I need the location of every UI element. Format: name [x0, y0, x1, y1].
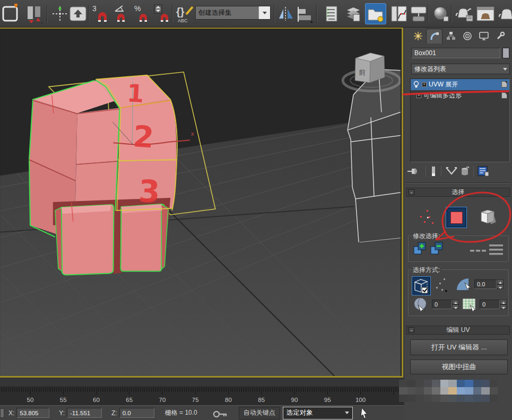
mosaic-cell	[490, 387, 498, 395]
configure-modifier-sets-icon[interactable]	[477, 165, 490, 177]
tab-display[interactable]	[475, 29, 492, 43]
visibility-lightbulb-icon[interactable]	[413, 81, 420, 89]
mirror-icon[interactable]	[276, 3, 296, 24]
open-uv-editor-button[interactable]: 打开 UV 编辑器 ...	[410, 339, 508, 355]
mosaic-cell	[457, 387, 465, 395]
planar-angle-icon[interactable]	[455, 276, 472, 293]
curve-editor-icon[interactable]	[388, 3, 409, 24]
y-coord-label: Y:	[59, 409, 65, 417]
tab-motion[interactable]	[459, 29, 475, 43]
spinner-down-icon[interactable]	[497, 284, 504, 289]
spinner-up-icon[interactable]	[452, 300, 459, 304]
layer-manager-icon[interactable]	[323, 3, 343, 24]
grow-selection-icon[interactable]	[413, 241, 428, 257]
auto-key-label: 自动关键点	[244, 408, 275, 417]
spinner-up-icon[interactable]	[497, 279, 504, 284]
z-coord-field[interactable]: 0.0	[119, 408, 154, 418]
loop-selection-icon[interactable]	[489, 243, 503, 256]
x-coord-field[interactable]: 53.805	[16, 408, 49, 418]
panel-divider	[406, 182, 510, 183]
modifier-page-icon	[501, 92, 507, 99]
ribbon-toggle-icon[interactable]	[344, 3, 364, 24]
timeline-tick-label: 50	[27, 397, 34, 403]
align-icon[interactable]	[295, 3, 315, 24]
mosaic-cell	[473, 380, 482, 387]
modifier-list-dropdown[interactable]: 修改器列表	[411, 64, 510, 74]
render-production-icon[interactable]	[497, 3, 512, 24]
rendered-frame-window-icon[interactable]	[475, 3, 496, 24]
timeline-tick-label: 55	[60, 397, 67, 403]
spinner-down-icon[interactable]	[452, 304, 459, 309]
material-editor-icon[interactable]	[431, 3, 451, 24]
tab-utilities[interactable]	[492, 29, 508, 43]
toolbar-separator	[172, 5, 173, 23]
mosaic-cell	[473, 387, 482, 395]
mosaic-cell	[415, 387, 424, 395]
listener-mini-icon[interactable]	[0, 408, 4, 418]
ring-selection-icon[interactable]	[470, 248, 486, 254]
tab-modify[interactable]	[426, 29, 442, 43]
scene-explorer-toggle-icon[interactable]	[365, 3, 386, 24]
remove-modifier-icon[interactable]	[459, 165, 470, 177]
spinner-up-icon[interactable]	[500, 300, 507, 304]
rollout-edit-uv-header[interactable]: - 编辑 UV	[406, 326, 510, 335]
tweak-in-view-button[interactable]: 视图中扭曲	[410, 360, 508, 374]
collapse-icon[interactable]: -	[409, 189, 414, 195]
angle-snap-toggle-icon[interactable]	[112, 3, 133, 24]
y-coord-field[interactable]: -11.551	[67, 408, 102, 418]
spinner-snap-toggle-icon[interactable]	[153, 3, 173, 24]
expand-plus-icon[interactable]: +	[422, 82, 427, 87]
rollout-selection-header[interactable]: - 选择	[406, 188, 510, 197]
tab-create[interactable]	[410, 29, 426, 43]
mosaic-cell	[440, 380, 449, 387]
mosaic-cell	[399, 380, 407, 387]
auto-key-button[interactable]: 自动关键点	[239, 407, 280, 419]
modifier-stack-row-label: UVW 展开	[429, 80, 458, 89]
object-name-field[interactable]: Box001	[411, 48, 500, 58]
snap-pivot-crosshair-icon[interactable]	[50, 3, 70, 24]
element-sub-object-button[interactable]	[479, 207, 500, 228]
collapse-icon[interactable]: -	[409, 327, 414, 333]
mosaic-cell	[465, 395, 473, 402]
perspective-viewport[interactable]: z x 前 1 2 3	[0, 28, 403, 378]
show-end-result-icon[interactable]	[429, 165, 438, 177]
ignore-backfacing-button-active[interactable]	[412, 276, 431, 295]
new-window-plus-icon[interactable]	[1, 3, 21, 24]
modifier-list-label: 修改器列表	[412, 65, 503, 74]
mosaic-cell	[448, 395, 457, 402]
schematic-view-icon[interactable]	[409, 3, 429, 24]
point-to-point-icon[interactable]	[434, 277, 448, 293]
window-crossing-toggle-icon[interactable]	[24, 3, 45, 24]
timeline-tick-label: 70	[159, 397, 166, 403]
percent-snap-toggle-icon[interactable]: %	[133, 3, 153, 24]
use-center-button-icon[interactable]	[68, 3, 88, 24]
render-setup-icon[interactable]	[454, 3, 474, 24]
planar-angle-spinner[interactable]: 0.0	[474, 279, 504, 289]
vertex-sub-object-button[interactable]	[417, 207, 438, 228]
shrink-selection-icon[interactable]	[430, 241, 445, 257]
set-key-icon[interactable]	[212, 408, 228, 418]
smoothing-group-spinner[interactable]: 0	[432, 300, 459, 309]
polygon-sub-object-button-active[interactable]	[446, 207, 467, 228]
make-unique-icon[interactable]	[445, 165, 459, 177]
pin-stack-icon[interactable]	[406, 166, 422, 177]
dropdown-arrow-icon[interactable]	[258, 6, 270, 19]
selection-filter-dropdown[interactable]: 选定对象	[283, 407, 353, 419]
modifier-stack-row-uvw-unwrap[interactable]: + UVW 展开	[411, 79, 509, 90]
named-selection-sets-icon[interactable]: {} ABC	[175, 3, 195, 24]
modifier-stack-row-editable-poly[interactable]: + 可编辑多边形	[411, 90, 509, 101]
spinner-down-icon[interactable]	[500, 304, 507, 309]
svg-text:{}: {}	[176, 6, 185, 18]
object-color-swatch[interactable]	[502, 48, 509, 58]
selection-set-dropdown[interactable]: 创建选择集	[195, 6, 271, 20]
material-id-spinner[interactable]: 0	[480, 300, 507, 309]
grid-size-text: 栅格 = 10.0	[165, 408, 197, 417]
track-bar[interactable]	[0, 378, 404, 387]
snap-toggle-3d-icon[interactable]: 3	[91, 3, 111, 24]
select-by-smoothing-group-icon[interactable]	[413, 296, 430, 313]
mosaic-cell	[415, 395, 424, 402]
timeline-ruler[interactable]: 50556065707580859095100	[0, 387, 404, 405]
select-by-material-id-icon[interactable]	[462, 296, 479, 313]
tab-hierarchy[interactable]	[442, 29, 459, 43]
expand-plus-icon[interactable]: +	[416, 93, 421, 98]
